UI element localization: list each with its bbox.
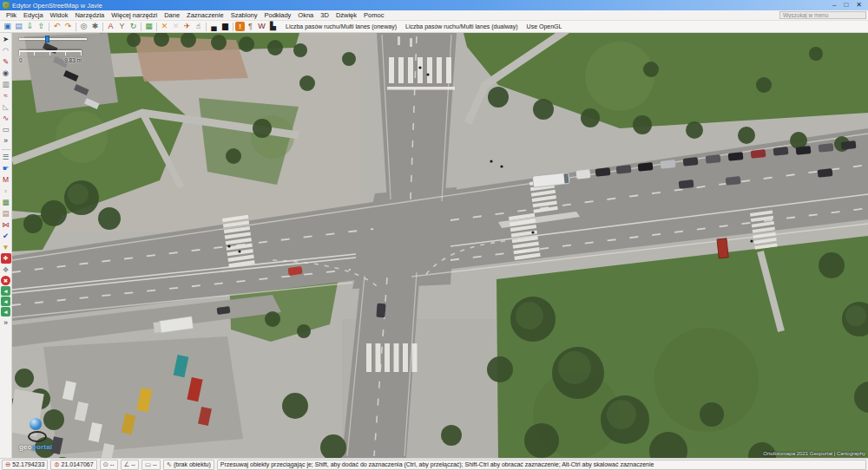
presets-button[interactable]: Y (116, 21, 128, 32)
angle-display: ∠-- (121, 460, 139, 470)
zoom-slider-track (19, 38, 87, 40)
upload-data-button[interactable]: ⇧ (36, 21, 47, 32)
menu-item[interactable]: Okna (294, 11, 317, 19)
window-title: Edytor OpenStreetMap w Javie (12, 2, 102, 10)
notes-toggle[interactable]: ✖ (1, 276, 10, 285)
extrude-tool[interactable]: ◺ (1, 101, 11, 112)
selected-object-display: ⇖(brak obiektu) (163, 460, 214, 470)
close-button[interactable]: ✕ (856, 1, 862, 10)
warning-door-button[interactable]: ! (235, 22, 245, 31)
clipboard-panel-toggle[interactable]: ▤ (1, 208, 11, 219)
latitude-icon: ⊖ (5, 460, 10, 469)
plugin-panel-toggle[interactable]: ❖ (1, 264, 11, 275)
imagery-attribution: Ortofotomapa 2021 Geoportal | Cartograph… (763, 451, 865, 456)
filter-toggle[interactable]: ▼ (1, 242, 11, 252)
map-canvas[interactable]: 0 9.83 m geoportal Ortofotomapa 2021 Geo… (12, 33, 868, 458)
scale-start-label: 0 (19, 57, 23, 63)
more-panels-button[interactable]: » (1, 317, 11, 328)
merge-tool-button[interactable]: ✕ (159, 21, 170, 32)
scale-bar: 0 9.83 m (19, 50, 82, 63)
maximize-button[interactable]: □ (844, 1, 848, 10)
car-icon-button[interactable]: ▄ (208, 21, 220, 32)
aerial-imagery (12, 33, 868, 458)
tat-logo-button[interactable]: W (256, 21, 267, 32)
zoom-slider[interactable] (19, 36, 87, 42)
menu-bar: PlikEdycjaWidokNarzędziaWięcej narzędziD… (0, 10, 868, 21)
josm-logo-icon: ✕ (3, 2, 10, 9)
mapillary-toggle[interactable]: M (1, 174, 11, 185)
select-tool[interactable]: ➤ (1, 34, 11, 44)
pan-hand-button[interactable]: ☝ (193, 21, 204, 32)
zoom-tool[interactable]: ◉ (1, 68, 11, 78)
use-opengl-button[interactable]: Use OpenGL (523, 23, 566, 30)
delete-tool[interactable]: ▥ (1, 79, 11, 89)
geoportal-ball-icon (30, 418, 42, 430)
menu-item[interactable]: Podkłady (260, 11, 294, 19)
minimize-button[interactable]: – (832, 1, 836, 10)
redo-button[interactable]: ↷ (62, 21, 74, 32)
parallel-way-tool[interactable]: ≈ (1, 90, 11, 101)
photo-panel-toggle[interactable]: ▩ (1, 197, 11, 207)
south-road-car (376, 304, 385, 318)
menu-item[interactable]: Dane (161, 11, 183, 19)
turn-restriction-tool-3[interactable]: ◄ (1, 307, 10, 317)
longitude-display: ⊖21.0147067 (50, 460, 96, 470)
turn-restriction-tool-2[interactable]: ◄ (1, 297, 10, 306)
turn-restriction-tool-1[interactable]: ◄ (1, 286, 10, 296)
latitude-display: ⊖52.1794233 (2, 460, 48, 470)
pointer-panel-toggle[interactable]: ☛ (1, 163, 11, 173)
restaurant-button[interactable]: ¶ (245, 21, 256, 32)
mapdust-toggle[interactable]: ⋈ (1, 219, 11, 230)
more-tools-button[interactable]: » (1, 135, 11, 146)
refresh-button[interactable]: ↻ (128, 21, 139, 32)
watermark-geo: geo (19, 443, 32, 451)
status-help-text: Przesuwaj obiekty przeciągając je; Shift… (217, 460, 866, 470)
undo-button[interactable]: ↶ (51, 21, 62, 32)
zoom-slider-handle[interactable] (45, 36, 49, 42)
building-tool[interactable]: ▭ (1, 124, 11, 134)
open-file-button[interactable]: ▣ (2, 21, 13, 32)
unglue-tool-button[interactable]: ✕ (170, 21, 181, 32)
download-data-button[interactable]: ⇩ (24, 21, 36, 32)
heading-display: ⊙-- (100, 460, 118, 470)
menu-search-input[interactable] (779, 11, 866, 19)
menu-item[interactable]: Edycja (20, 11, 47, 19)
draw-node-tool[interactable]: ✎ (1, 56, 11, 67)
plugins-button[interactable]: ▦ (143, 21, 155, 32)
sidebar-separator[interactable] (1, 147, 11, 151)
geoportal-watermark: geoportal (19, 418, 80, 451)
toolbar-icons: ▣▤⇩⇧↶↷◎✱AY↻▦✕✕✈☝▄▆!¶W▙ (0, 21, 279, 33)
heading-icon: ⊙ (103, 460, 108, 469)
selection-panel-toggle[interactable]: ▫ (1, 186, 11, 196)
bus-icon-button[interactable]: ▆ (220, 21, 231, 32)
combine-tool-button[interactable]: ✈ (181, 21, 193, 32)
menu-item[interactable]: Narzędzia (71, 11, 108, 19)
toolbox-toggle[interactable]: ✚ (1, 253, 11, 264)
status-bar: ⊖52.1794233 ⊖21.0147067 ⊙-- ∠-- ▭-- ⇖(br… (0, 458, 868, 470)
menu-item[interactable]: Pomoc (360, 11, 387, 19)
multi-lanes-oneway-button[interactable]: Liczba pasów ruchu/Multi lanes (oneway) (282, 23, 400, 30)
main-toolbar: ▣▤⇩⇧↶↷◎✱AY↻▦✕✕✈☝▄▆!¶W▙ Liczba pasów ruch… (0, 21, 868, 33)
menu-item[interactable]: Więcej narzędzi (108, 11, 161, 19)
layers-panel-toggle[interactable]: ☰ (1, 152, 11, 162)
menu-item[interactable]: Dźwięk (332, 11, 360, 19)
menu-item[interactable]: Widok (47, 11, 72, 19)
josm-window: ✕ Edytor OpenStreetMap w Javie – □ ✕ Pli… (0, 0, 868, 470)
menu-item[interactable]: Szablony (227, 11, 261, 19)
validator-toggle[interactable]: ✔ (1, 231, 11, 241)
menu-items: PlikEdycjaWidokNarzędziaWięcej narzędziD… (0, 11, 387, 19)
lasso-tool[interactable]: ◠ (1, 45, 11, 55)
distance-icon: ▭ (145, 460, 151, 469)
preferences-button[interactable]: ✱ (89, 21, 101, 32)
factory-button[interactable]: ▙ (267, 21, 279, 32)
menu-item[interactable]: 3D (317, 11, 332, 19)
multi-lanes-dualway-button[interactable]: Liczba pasów ruchu/Multi lanes (dualway) (402, 23, 522, 30)
menu-item[interactable]: Zaznaczenie (183, 11, 227, 19)
map-styles-button[interactable]: A (105, 21, 116, 32)
zoom-to-selection-button[interactable]: ◎ (78, 21, 89, 32)
left-toolbar: ➤◠✎◉▥≈◺∿▭»☰☛M▫▩▤⋈✔▼✚❖✖◄◄◄» (0, 33, 12, 458)
menu-item[interactable]: Plik (3, 11, 20, 19)
title-bar: ✕ Edytor OpenStreetMap w Javie – □ ✕ (0, 0, 868, 10)
save-file-button[interactable]: ▤ (13, 21, 24, 32)
improve-way-tool[interactable]: ∿ (1, 113, 11, 123)
